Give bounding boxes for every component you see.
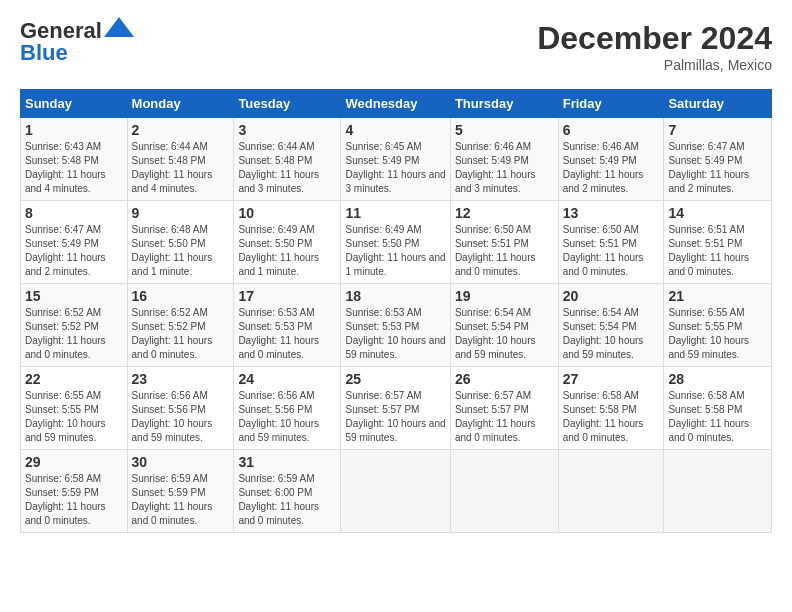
- table-row: 4Sunrise: 6:45 AMSunset: 5:49 PMDaylight…: [341, 118, 450, 201]
- day-info: Sunrise: 6:52 AMSunset: 5:52 PMDaylight:…: [132, 306, 230, 362]
- calendar-week-3: 15Sunrise: 6:52 AMSunset: 5:52 PMDayligh…: [21, 284, 772, 367]
- table-row: 21Sunrise: 6:55 AMSunset: 5:55 PMDayligh…: [664, 284, 772, 367]
- table-row: [450, 450, 558, 533]
- table-row: 26Sunrise: 6:57 AMSunset: 5:57 PMDayligh…: [450, 367, 558, 450]
- day-info: Sunrise: 6:58 AMSunset: 5:58 PMDaylight:…: [563, 389, 660, 445]
- day-info: Sunrise: 6:48 AMSunset: 5:50 PMDaylight:…: [132, 223, 230, 279]
- day-info: Sunrise: 6:50 AMSunset: 5:51 PMDaylight:…: [563, 223, 660, 279]
- day-number: 3: [238, 122, 336, 138]
- table-row: 20Sunrise: 6:54 AMSunset: 5:54 PMDayligh…: [558, 284, 664, 367]
- table-row: 18Sunrise: 6:53 AMSunset: 5:53 PMDayligh…: [341, 284, 450, 367]
- calendar-week-4: 22Sunrise: 6:55 AMSunset: 5:55 PMDayligh…: [21, 367, 772, 450]
- day-number: 24: [238, 371, 336, 387]
- header-tuesday: Tuesday: [234, 90, 341, 118]
- header-monday: Monday: [127, 90, 234, 118]
- day-info: Sunrise: 6:51 AMSunset: 5:51 PMDaylight:…: [668, 223, 767, 279]
- title-block: December 2024 Palmillas, Mexico: [537, 20, 772, 73]
- day-number: 27: [563, 371, 660, 387]
- day-number: 16: [132, 288, 230, 304]
- day-number: 26: [455, 371, 554, 387]
- table-row: 15Sunrise: 6:52 AMSunset: 5:52 PMDayligh…: [21, 284, 128, 367]
- day-info: Sunrise: 6:57 AMSunset: 5:57 PMDaylight:…: [455, 389, 554, 445]
- header-sunday: Sunday: [21, 90, 128, 118]
- table-row: 3Sunrise: 6:44 AMSunset: 5:48 PMDaylight…: [234, 118, 341, 201]
- day-number: 15: [25, 288, 123, 304]
- svg-marker-0: [104, 17, 134, 37]
- day-info: Sunrise: 6:58 AMSunset: 5:59 PMDaylight:…: [25, 472, 123, 528]
- day-info: Sunrise: 6:55 AMSunset: 5:55 PMDaylight:…: [25, 389, 123, 445]
- table-row: 7Sunrise: 6:47 AMSunset: 5:49 PMDaylight…: [664, 118, 772, 201]
- day-info: Sunrise: 6:44 AMSunset: 5:48 PMDaylight:…: [132, 140, 230, 196]
- day-info: Sunrise: 6:54 AMSunset: 5:54 PMDaylight:…: [563, 306, 660, 362]
- day-number: 13: [563, 205, 660, 221]
- table-row: 28Sunrise: 6:58 AMSunset: 5:58 PMDayligh…: [664, 367, 772, 450]
- header-saturday: Saturday: [664, 90, 772, 118]
- day-info: Sunrise: 6:44 AMSunset: 5:48 PMDaylight:…: [238, 140, 336, 196]
- day-info: Sunrise: 6:56 AMSunset: 5:56 PMDaylight:…: [238, 389, 336, 445]
- day-info: Sunrise: 6:55 AMSunset: 5:55 PMDaylight:…: [668, 306, 767, 362]
- table-row: 2Sunrise: 6:44 AMSunset: 5:48 PMDaylight…: [127, 118, 234, 201]
- page-header: General Blue December 2024 Palmillas, Me…: [20, 20, 772, 73]
- table-row: [341, 450, 450, 533]
- day-number: 29: [25, 454, 123, 470]
- day-number: 6: [563, 122, 660, 138]
- table-row: 25Sunrise: 6:57 AMSunset: 5:57 PMDayligh…: [341, 367, 450, 450]
- logo: General Blue: [20, 20, 134, 64]
- day-number: 31: [238, 454, 336, 470]
- location: Palmillas, Mexico: [537, 57, 772, 73]
- table-row: 16Sunrise: 6:52 AMSunset: 5:52 PMDayligh…: [127, 284, 234, 367]
- day-number: 25: [345, 371, 445, 387]
- day-info: Sunrise: 6:47 AMSunset: 5:49 PMDaylight:…: [668, 140, 767, 196]
- day-number: 20: [563, 288, 660, 304]
- day-info: Sunrise: 6:47 AMSunset: 5:49 PMDaylight:…: [25, 223, 123, 279]
- day-number: 11: [345, 205, 445, 221]
- day-headers-row: Sunday Monday Tuesday Wednesday Thursday…: [21, 90, 772, 118]
- table-row: 31Sunrise: 6:59 AMSunset: 6:00 PMDayligh…: [234, 450, 341, 533]
- day-number: 1: [25, 122, 123, 138]
- table-row: 11Sunrise: 6:49 AMSunset: 5:50 PMDayligh…: [341, 201, 450, 284]
- day-info: Sunrise: 6:56 AMSunset: 5:56 PMDaylight:…: [132, 389, 230, 445]
- table-row: 27Sunrise: 6:58 AMSunset: 5:58 PMDayligh…: [558, 367, 664, 450]
- day-number: 5: [455, 122, 554, 138]
- table-row: 1Sunrise: 6:43 AMSunset: 5:48 PMDaylight…: [21, 118, 128, 201]
- day-info: Sunrise: 6:49 AMSunset: 5:50 PMDaylight:…: [238, 223, 336, 279]
- table-row: [558, 450, 664, 533]
- day-number: 10: [238, 205, 336, 221]
- header-wednesday: Wednesday: [341, 90, 450, 118]
- table-row: 8Sunrise: 6:47 AMSunset: 5:49 PMDaylight…: [21, 201, 128, 284]
- day-number: 23: [132, 371, 230, 387]
- table-row: 12Sunrise: 6:50 AMSunset: 5:51 PMDayligh…: [450, 201, 558, 284]
- table-row: 6Sunrise: 6:46 AMSunset: 5:49 PMDaylight…: [558, 118, 664, 201]
- calendar-table: Sunday Monday Tuesday Wednesday Thursday…: [20, 89, 772, 533]
- day-number: 22: [25, 371, 123, 387]
- day-info: Sunrise: 6:59 AMSunset: 6:00 PMDaylight:…: [238, 472, 336, 528]
- day-number: 28: [668, 371, 767, 387]
- table-row: 24Sunrise: 6:56 AMSunset: 5:56 PMDayligh…: [234, 367, 341, 450]
- day-info: Sunrise: 6:58 AMSunset: 5:58 PMDaylight:…: [668, 389, 767, 445]
- day-number: 2: [132, 122, 230, 138]
- table-row: 9Sunrise: 6:48 AMSunset: 5:50 PMDaylight…: [127, 201, 234, 284]
- day-info: Sunrise: 6:57 AMSunset: 5:57 PMDaylight:…: [345, 389, 445, 445]
- table-row: 13Sunrise: 6:50 AMSunset: 5:51 PMDayligh…: [558, 201, 664, 284]
- day-number: 7: [668, 122, 767, 138]
- table-row: 10Sunrise: 6:49 AMSunset: 5:50 PMDayligh…: [234, 201, 341, 284]
- table-row: 19Sunrise: 6:54 AMSunset: 5:54 PMDayligh…: [450, 284, 558, 367]
- day-info: Sunrise: 6:53 AMSunset: 5:53 PMDaylight:…: [345, 306, 445, 362]
- day-number: 8: [25, 205, 123, 221]
- header-friday: Friday: [558, 90, 664, 118]
- table-row: 29Sunrise: 6:58 AMSunset: 5:59 PMDayligh…: [21, 450, 128, 533]
- table-row: 23Sunrise: 6:56 AMSunset: 5:56 PMDayligh…: [127, 367, 234, 450]
- day-number: 17: [238, 288, 336, 304]
- table-row: 17Sunrise: 6:53 AMSunset: 5:53 PMDayligh…: [234, 284, 341, 367]
- day-number: 12: [455, 205, 554, 221]
- calendar-week-5: 29Sunrise: 6:58 AMSunset: 5:59 PMDayligh…: [21, 450, 772, 533]
- table-row: 5Sunrise: 6:46 AMSunset: 5:49 PMDaylight…: [450, 118, 558, 201]
- day-number: 9: [132, 205, 230, 221]
- day-number: 18: [345, 288, 445, 304]
- calendar-week-1: 1Sunrise: 6:43 AMSunset: 5:48 PMDaylight…: [21, 118, 772, 201]
- day-number: 19: [455, 288, 554, 304]
- table-row: 22Sunrise: 6:55 AMSunset: 5:55 PMDayligh…: [21, 367, 128, 450]
- day-info: Sunrise: 6:45 AMSunset: 5:49 PMDaylight:…: [345, 140, 445, 196]
- day-info: Sunrise: 6:50 AMSunset: 5:51 PMDaylight:…: [455, 223, 554, 279]
- month-title: December 2024: [537, 20, 772, 57]
